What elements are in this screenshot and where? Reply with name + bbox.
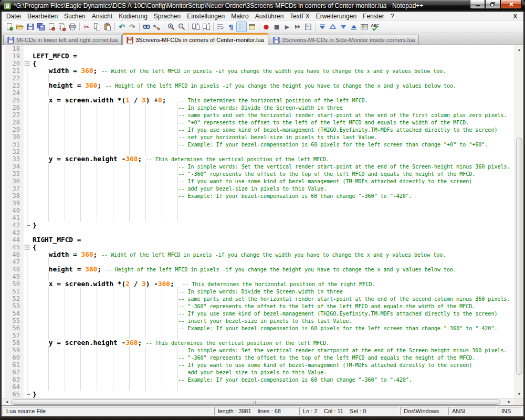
- find-button[interactable]: [141, 22, 152, 32]
- menu-item-kodierung[interactable]: Kodierung: [116, 12, 151, 20]
- copy-button[interactable]: [92, 22, 102, 32]
- menu-item-sprachen[interactable]: Sprachen: [151, 12, 184, 20]
- indent-guide-button[interactable]: [236, 22, 247, 32]
- scroll-up-arrow[interactable]: ▲: [515, 45, 523, 54]
- code-text[interactable]: LEFT_MFCD ={ width = 360; -- Widht of th…: [31, 45, 514, 398]
- fold-collapse-marker[interactable]: [24, 60, 31, 67]
- code-line[interactable]: -- In simple words: Set the vertical ren…: [33, 163, 514, 170]
- code-line[interactable]: [33, 383, 514, 391]
- menu-item-einstellungen[interactable]: Einstellungen: [184, 12, 228, 20]
- code-line[interactable]: x = screen.width *(2 / 3) -360; -- This …: [33, 280, 514, 288]
- code-line[interactable]: -- In simple words: Divide the Screen-wi…: [33, 288, 514, 295]
- code-line[interactable]: }: [33, 222, 514, 229]
- save-all-button[interactable]: [36, 22, 46, 32]
- code-line[interactable]: [33, 75, 514, 82]
- code-line[interactable]: }: [33, 391, 514, 398]
- code-line[interactable]: -- add your bezel-size in pixels to this…: [33, 185, 514, 192]
- save-button[interactable]: [25, 22, 36, 32]
- code-line[interactable]: [33, 258, 514, 266]
- tab-3[interactable]: 3Screens-MFCDs in Side-Monitor inside co…: [269, 35, 419, 45]
- redo-button[interactable]: ↷: [127, 22, 138, 32]
- code-line[interactable]: -- Example: If your bezel-compensation i…: [33, 376, 514, 383]
- close-document-button[interactable]: X: [509, 13, 522, 19]
- code-line[interactable]: height = 360; -- Height of the left MFCD…: [33, 82, 514, 89]
- code-line[interactable]: -- Example: If your bezel-compensation i…: [33, 324, 514, 332]
- code-line[interactable]: -- If you want to use some kind of bezel…: [33, 177, 514, 185]
- code-line[interactable]: [33, 148, 514, 155]
- scroll-right-arrow[interactable]: ►: [505, 398, 513, 405]
- spell-check-button[interactable]: ABC: [370, 22, 380, 32]
- code-line[interactable]: -- add your bezel-size in pixels to this…: [33, 369, 514, 376]
- code-line[interactable]: -- insert your bezel-size in pixels to t…: [33, 317, 514, 324]
- new-file-button[interactable]: [4, 22, 15, 32]
- code-line[interactable]: [33, 273, 514, 280]
- code-line[interactable]: height = 360; -- Height of the left MFCD…: [33, 266, 514, 273]
- code-line[interactable]: -- Example: If your bezel-compensation i…: [33, 192, 514, 200]
- zoom-out-button[interactable]: [176, 22, 187, 32]
- fold-collapse-marker[interactable]: [24, 244, 31, 251]
- nav-next-button[interactable]: [338, 22, 349, 32]
- paste-button[interactable]: [102, 22, 113, 32]
- cut-button[interactable]: ✂: [81, 22, 92, 32]
- code-line[interactable]: y = screen.height -360; -- This determin…: [33, 339, 514, 346]
- code-line[interactable]: y = screen.height -360; -- This determin…: [33, 155, 514, 163]
- code-line[interactable]: -- same parts and set the horizontal ren…: [33, 295, 514, 302]
- code-line[interactable]: -- "-360" represents the offset to the t…: [33, 354, 514, 361]
- tab-1[interactable]: MFCDs in lower left and right corner.lua: [3, 35, 122, 45]
- code-line[interactable]: [33, 207, 514, 214]
- code-line[interactable]: [33, 229, 514, 236]
- menu-item-bearbeiten[interactable]: Bearbeiten: [24, 12, 61, 20]
- sync-vertical-button[interactable]: [191, 22, 201, 32]
- menu-item-datei[interactable]: Datei: [3, 12, 24, 20]
- play-macro-button[interactable]: ▶: [282, 22, 292, 32]
- code-line[interactable]: width = 360; -- Widht of the left MFCD i…: [33, 251, 514, 258]
- scroll-down-arrow[interactable]: ▼: [515, 390, 523, 398]
- tab-2[interactable]: 3Screens-MFCDs in corners of Center-moni…: [122, 33, 268, 45]
- code-line[interactable]: -- In simple words: Set the vertical ren…: [33, 346, 514, 354]
- replace-button[interactable]: ab: [152, 22, 162, 32]
- fold-margin[interactable]: [24, 45, 31, 398]
- menu-item-suchen[interactable]: Suchen: [61, 12, 89, 20]
- code-line[interactable]: {: [33, 60, 514, 67]
- menu-item-help[interactable]: ?: [387, 12, 397, 20]
- code-line[interactable]: -- "-360" represents the offset to the t…: [33, 170, 514, 177]
- menu-item-fenster[interactable]: Fenster: [360, 12, 387, 20]
- minimize-button[interactable]: [470, 0, 485, 9]
- horizontal-scroll-thumb[interactable]: [11, 399, 500, 405]
- scroll-left-arrow[interactable]: ◄: [3, 398, 11, 405]
- stop-macro-button[interactable]: ■: [271, 22, 282, 32]
- run-macro-multiple-button[interactable]: [292, 22, 303, 32]
- menu-item-erweiterungen[interactable]: Erweiterungen: [313, 12, 360, 20]
- save-macro-button[interactable]: [303, 22, 313, 32]
- code-line[interactable]: -- same parts and set the horizontal ren…: [33, 111, 514, 119]
- code-line[interactable]: -- If you want to use some kind of bezel…: [33, 361, 514, 369]
- show-all-characters-button[interactable]: ¶: [226, 22, 236, 32]
- word-wrap-button[interactable]: [215, 22, 226, 32]
- code-line[interactable]: [33, 214, 514, 222]
- horizontal-scrollbar[interactable]: ◄ ►: [2, 398, 523, 405]
- nav-first-button[interactable]: [317, 22, 328, 32]
- print-button[interactable]: [67, 22, 78, 32]
- sync-horizontal-button[interactable]: [201, 22, 212, 32]
- close-all-button[interactable]: [57, 22, 67, 32]
- code-line[interactable]: -- If you use some kind of bezel-managem…: [33, 310, 514, 317]
- code-line[interactable]: -- In simple words: Divide the Screen-wi…: [33, 104, 514, 111]
- vertical-scrollbar[interactable]: ▲ ▼: [514, 45, 523, 398]
- menu-item-textfx[interactable]: TextFX: [287, 12, 312, 20]
- record-macro-button[interactable]: ●: [261, 22, 271, 32]
- close-button[interactable]: [500, 0, 522, 9]
- code-line[interactable]: LEFT_MFCD =: [33, 52, 514, 60]
- code-line[interactable]: [33, 45, 514, 52]
- code-line[interactable]: [33, 89, 514, 97]
- restore-button[interactable]: [485, 0, 500, 9]
- code-line[interactable]: [33, 200, 514, 207]
- code-line[interactable]: -- set your horizontal bezel-size in pix…: [33, 133, 514, 141]
- code-line[interactable]: -- "+0" represents the offset to the lef…: [33, 119, 514, 126]
- zoom-in-button[interactable]: [166, 22, 176, 32]
- nav-last-button[interactable]: [349, 22, 359, 32]
- code-line[interactable]: width = 360; -- Widht of the left MFCD i…: [33, 67, 514, 75]
- code-line[interactable]: {: [33, 244, 514, 251]
- code-line[interactable]: x = screen.width *(1 / 3) +0; -- This de…: [33, 97, 514, 104]
- code-line[interactable]: RIGHT_MFCD =: [33, 236, 514, 244]
- nav-prev-button[interactable]: [328, 22, 338, 32]
